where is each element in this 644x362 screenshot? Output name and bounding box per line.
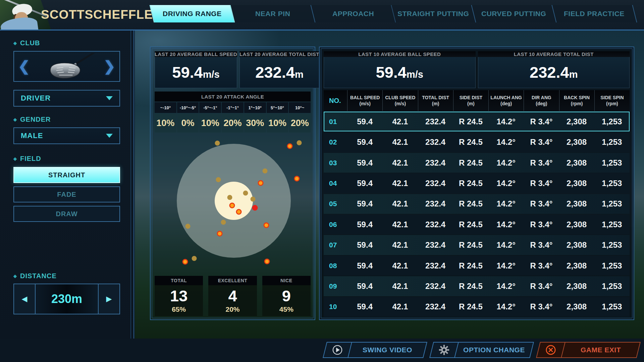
column-header-label: SIDE DIST [460, 95, 482, 101]
club-next-button[interactable]: ❯ [104, 59, 115, 73]
shot-dot [236, 209, 242, 215]
shot-number: 09 [324, 282, 347, 290]
column-header-unit: (rpm) [606, 101, 618, 107]
game-exit-button[interactable]: GAME EXIT [536, 342, 641, 358]
column-header-no: NO. [324, 90, 347, 111]
column-header-label: CLUB SPEED [385, 95, 415, 101]
column-header-unit: (deg) [500, 101, 512, 107]
column-header-club-speed: CLUB SPEED(m/s) [382, 90, 418, 111]
tab-driving-range[interactable]: DRIVING RANGE [150, 5, 235, 22]
shot-cell: 14.2° [488, 199, 524, 208]
shot-row-07[interactable]: 0759.442.1232.4R 24.514.2°R 3.4°2,3081,2… [324, 235, 630, 255]
distance-decrease-button[interactable]: ◀ [14, 284, 35, 314]
shot-dot [227, 195, 232, 200]
attack-angle-values: 10%0%10%20%30%10%20% [155, 114, 311, 132]
club-prev-button[interactable]: ❮ [18, 59, 30, 73]
column-header-unit: (m/s) [359, 101, 370, 107]
shot-dot [287, 143, 293, 149]
shot-dot [221, 220, 226, 225]
shot-cell: 14.2° [488, 117, 524, 126]
gender-dropdown[interactable]: MALE [13, 127, 120, 144]
shot-cell: 232.4 [418, 179, 453, 188]
summary-values: 945% [262, 285, 311, 316]
shot-cell: R 24.5 [453, 302, 488, 311]
swing-video-button[interactable]: SWING VIDEO [323, 342, 427, 358]
shots-table-header: NO.BALL SPEED(m/s)CLUB SPEED(m/s)TOTAL D… [324, 90, 630, 111]
field-button-straight[interactable]: STRAIGHT [13, 167, 120, 183]
shot-cell: 14.2° [488, 302, 524, 311]
field-button-fade[interactable]: FADE [13, 186, 120, 202]
shot-cell: 42.1 [382, 302, 418, 311]
shot-cell: 2,308 [559, 261, 594, 270]
tab-label: NEAR PIN [255, 10, 290, 18]
shot-cell: 59.4 [347, 199, 382, 208]
shot-row-03[interactable]: 0359.442.1232.4R 24.514.2°R 3.4°2,3081,2… [324, 153, 630, 173]
shot-row-04[interactable]: 0459.442.1232.4R 24.514.2°R 3.4°2,3081,2… [324, 173, 630, 193]
shot-cell: 232.4 [418, 158, 453, 168]
shot-dot [215, 141, 220, 146]
column-header-unit: (m) [432, 101, 439, 107]
last20-panel: LAST 20 AVERAGE BALL SPEED 59.4m/s LAST … [150, 47, 315, 320]
shot-cell: R 24.5 [453, 179, 488, 188]
shot-cell: 2,308 [559, 158, 594, 168]
gear-icon [439, 345, 449, 355]
shot-row-05[interactable]: 0559.442.1232.4R 24.514.2°R 3.4°2,3081,2… [324, 194, 630, 214]
column-header-label: BALL SPEED [350, 95, 380, 101]
summary-values: 420% [208, 285, 257, 316]
shot-row-08[interactable]: 0859.442.1232.4R 24.514.2°R 3.4°2,3081,2… [324, 256, 630, 276]
diamond-icon: ◆ [13, 274, 17, 279]
footer-button-label: GAME EXIT [564, 343, 638, 357]
shot-cell: R 24.5 [453, 220, 488, 229]
shot-dot [264, 259, 270, 264]
shot-cell: 1,253 [594, 220, 630, 229]
stat-value: 59.4m/s [155, 57, 237, 88]
shot-number: 01 [324, 118, 347, 126]
play-icon-area [324, 343, 352, 357]
shot-row-10[interactable]: 1059.442.1232.4R 24.514.2°R 3.4°2,3081,2… [324, 297, 630, 317]
column-header-label: LAUNCH ANG [490, 95, 522, 101]
option-change-button[interactable]: OPTION CHANGE [429, 342, 534, 358]
column-header-side-spin: SIDE SPIN(rpm) [594, 90, 630, 111]
chevron-down-icon [106, 134, 113, 138]
diamond-icon: ◆ [13, 117, 17, 122]
column-header-label: SIDE SPIN [600, 95, 624, 101]
field-section-label: ◆ FIELD [13, 155, 41, 163]
shot-cell: 232.4 [418, 302, 453, 311]
tab-label: FIELD PRACTICE [564, 10, 625, 18]
shot-cell: R 24.5 [453, 117, 488, 126]
shot-cell: 2,308 [559, 282, 594, 291]
shot-dispersion-plot [155, 131, 312, 273]
shot-cell: R 3.4° [524, 179, 559, 188]
tab-curved-putting[interactable]: CURVED PUTTING [472, 5, 557, 22]
summary-label: TOTAL [155, 276, 203, 285]
shot-cell: 232.4 [418, 261, 453, 270]
attack-bin-label: -5°~-1° [199, 102, 221, 113]
shot-cell: 59.4 [347, 220, 382, 229]
close-circle-icon [545, 344, 556, 356]
tab-straight-putting[interactable]: STRAIGHT PUTTING [391, 5, 476, 22]
shot-row-09[interactable]: 0959.442.1232.4R 24.514.2°R 3.4°2,3081,2… [324, 276, 630, 296]
field-button-draw[interactable]: DRAW [13, 206, 120, 222]
distance-stepper: ◀ 230m ▶ [13, 284, 120, 314]
tab-field-practice[interactable]: FIELD PRACTICE [552, 5, 637, 22]
shot-row-02[interactable]: 0259.442.1232.4R 24.514.2°R 3.4°2,3081,2… [324, 132, 630, 152]
tab-approach[interactable]: APPROACH [311, 5, 396, 22]
shot-cell: 1,253 [594, 199, 630, 208]
attack-bin-value: 20% [289, 114, 311, 132]
column-header-dir-ang: DIR ANG(deg) [524, 90, 559, 111]
distance-section-label: ◆ DISTANCE [13, 272, 57, 280]
shot-cell: 2,308 [559, 137, 594, 147]
club-dropdown[interactable]: DRIVER [13, 90, 120, 107]
distance-increase-button[interactable]: ▶ [99, 284, 119, 314]
column-header-label: TOTAL DIST [422, 95, 449, 101]
shot-cell: R 24.5 [453, 240, 488, 250]
tab-near-pin[interactable]: NEAR PIN [230, 5, 315, 22]
shot-row-01[interactable]: 0159.442.1232.4R 24.514.2°R 3.4°2,3081,2… [324, 112, 630, 131]
tab-label: APPROACH [332, 10, 374, 18]
shot-row-06[interactable]: 0659.442.1232.4R 24.514.2°R 3.4°2,3081,2… [324, 215, 630, 234]
diamond-icon: ◆ [13, 156, 17, 161]
exit-icon-area [537, 343, 566, 357]
summary-percent: 45% [279, 305, 293, 313]
column-header-launch-ang: LAUNCH ANG(deg) [488, 90, 524, 111]
shot-dot [252, 205, 258, 211]
